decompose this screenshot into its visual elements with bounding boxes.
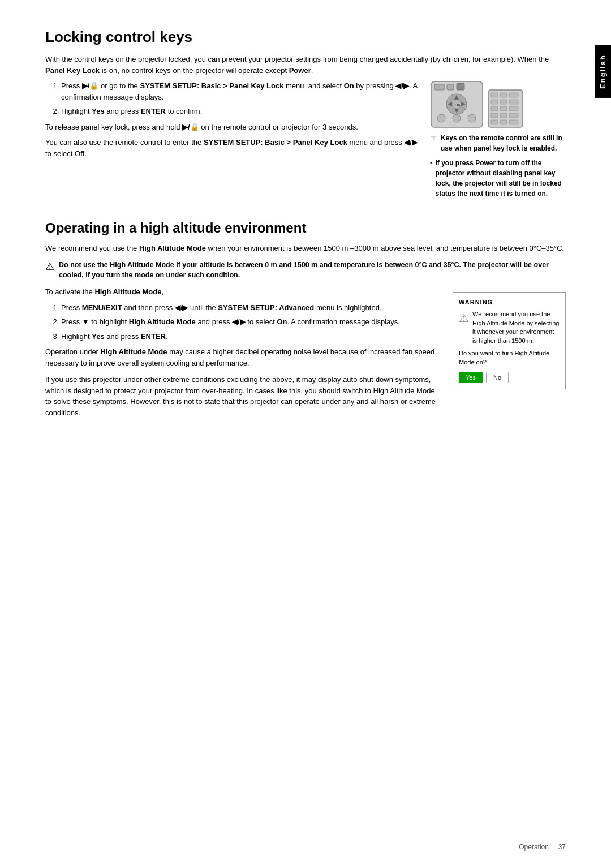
svg-rect-25 bbox=[500, 113, 507, 118]
warning-content: ⚠ We recommend you use the High Altitude… bbox=[459, 310, 560, 383]
svg-rect-15 bbox=[491, 93, 498, 97]
operating-steps: Press MENU/EXIT and then press ◀/▶ until… bbox=[61, 302, 441, 342]
svg-rect-29 bbox=[509, 120, 518, 124]
locking-right: OK bbox=[430, 80, 566, 203]
svg-rect-23 bbox=[509, 106, 518, 111]
note-item-2: • If you press Power to turn off the pro… bbox=[430, 158, 566, 199]
svg-point-13 bbox=[468, 114, 476, 122]
page-footer: Operation 37 bbox=[519, 843, 566, 851]
tab-label: English bbox=[599, 54, 607, 89]
op-step-3: Highlight Yes and press ENTER. bbox=[61, 331, 441, 342]
note-arrow-icon: ☞ bbox=[430, 134, 437, 143]
svg-rect-27 bbox=[491, 120, 498, 124]
svg-rect-21 bbox=[491, 106, 498, 111]
operating-right: WARNING ⚠ We recommend you use the High … bbox=[453, 292, 566, 389]
op-note-2: If you use this projector under other ex… bbox=[45, 374, 441, 418]
op-step-1: Press MENU/EXIT and then press ◀/▶ until… bbox=[61, 302, 441, 313]
svg-rect-22 bbox=[500, 106, 507, 111]
footer-page: 37 bbox=[558, 843, 566, 851]
locking-release: To release panel key lock, press and hol… bbox=[45, 122, 419, 133]
locking-content: Press ▶/🔒 or go to the SYSTEM SETUP: Bas… bbox=[45, 80, 566, 203]
warning-question: Do you want to turn High Altitude Mode o… bbox=[459, 349, 560, 367]
svg-point-11 bbox=[437, 114, 445, 122]
no-button[interactable]: No bbox=[486, 372, 509, 383]
remote-images: OK bbox=[430, 80, 566, 128]
svg-rect-19 bbox=[500, 100, 507, 104]
svg-rect-2 bbox=[447, 84, 454, 90]
svg-rect-17 bbox=[509, 93, 518, 97]
svg-rect-16 bbox=[500, 93, 507, 97]
note-text-1: Keys on the remote control are still in … bbox=[441, 133, 566, 153]
page: English Locking control keys With the co… bbox=[0, 0, 611, 868]
svg-rect-24 bbox=[491, 113, 498, 118]
warning-buttons: Yes No bbox=[459, 372, 560, 383]
footer-section: Operation bbox=[519, 843, 549, 851]
small-remote-svg bbox=[487, 89, 524, 128]
caution-text: Do not use the High Altitude Mode if you… bbox=[59, 260, 566, 281]
warning-text: We recommend you use the High Altitude M… bbox=[472, 310, 560, 345]
operating-title: Operating in a high altitude environment bbox=[45, 220, 566, 236]
svg-rect-20 bbox=[509, 100, 518, 104]
warning-box: WARNING ⚠ We recommend you use the High … bbox=[453, 292, 566, 389]
op-note-1: Operation under High Altitude Mode may c… bbox=[45, 346, 441, 368]
locking-title: Locking control keys bbox=[45, 28, 566, 46]
locking-section: Locking control keys With the control ke… bbox=[45, 28, 566, 203]
operating-section: Operating in a high altitude environment… bbox=[45, 220, 566, 423]
operating-left: To activate the High Altitude Mode, Pres… bbox=[45, 286, 441, 423]
svg-rect-26 bbox=[509, 113, 518, 118]
note-bullet-icon: • bbox=[430, 160, 432, 166]
main-remote-svg: OK bbox=[430, 80, 484, 128]
svg-rect-3 bbox=[457, 83, 464, 90]
locking-step-1: Press ▶/🔒 or go to the SYSTEM SETUP: Bas… bbox=[61, 80, 419, 102]
svg-rect-18 bbox=[491, 100, 498, 104]
op-step-2: Press ▼ to highlight High Altitude Mode … bbox=[61, 316, 441, 328]
activate-text: To activate the High Altitude Mode, bbox=[45, 286, 441, 298]
svg-text:OK: OK bbox=[455, 103, 461, 107]
english-tab: English bbox=[595, 45, 611, 98]
svg-point-12 bbox=[453, 114, 461, 122]
warning-triangle-icon: ⚠ bbox=[459, 310, 469, 326]
note-item-1: ☞ Keys on the remote control are still i… bbox=[430, 133, 566, 153]
locking-also: You can also use the remote control to e… bbox=[45, 137, 419, 159]
yes-button[interactable]: Yes bbox=[459, 372, 483, 383]
caution-icon: ⚠ bbox=[45, 260, 54, 273]
locking-intro: With the control keys on the projector l… bbox=[45, 54, 566, 76]
svg-rect-1 bbox=[434, 84, 445, 90]
caution-box: ⚠ Do not use the High Altitude Mode if y… bbox=[45, 260, 566, 281]
warning-title: WARNING bbox=[459, 298, 560, 307]
note-text-2: If you press Power to turn off the proje… bbox=[436, 158, 566, 199]
operating-content: To activate the High Altitude Mode, Pres… bbox=[45, 286, 566, 423]
svg-rect-28 bbox=[500, 120, 507, 124]
locking-notes: ☞ Keys on the remote control are still i… bbox=[430, 133, 566, 199]
locking-step-2: Highlight Yes and press ENTER to confirm… bbox=[61, 106, 419, 117]
locking-steps: Press ▶/🔒 or go to the SYSTEM SETUP: Bas… bbox=[61, 80, 419, 117]
locking-left: Press ▶/🔒 or go to the SYSTEM SETUP: Bas… bbox=[45, 80, 419, 164]
operating-intro: We recommend you use the High Altitude M… bbox=[45, 243, 566, 254]
